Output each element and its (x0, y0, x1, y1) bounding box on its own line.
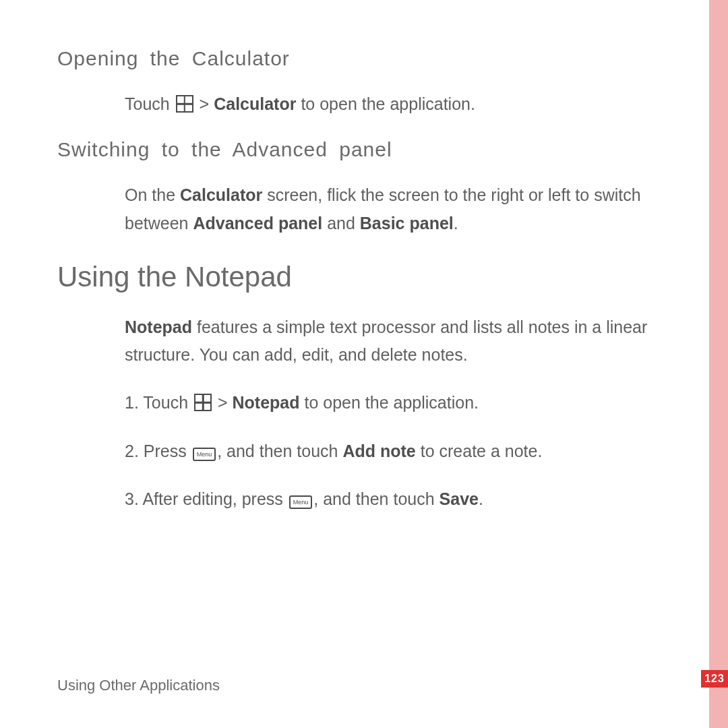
text: , and then touch (313, 489, 439, 508)
text: features a simple text processor and lis… (125, 317, 647, 364)
bold-notepad: Notepad (125, 317, 192, 336)
advanced-panel-instruction: On the Calculator screen, flick the scre… (57, 181, 677, 237)
text: Touch (125, 94, 175, 113)
bold-save: Save (439, 489, 479, 508)
text: 2. Press (125, 442, 191, 460)
notepad-step-1: 1. Touch > Notepad to open the applicati… (57, 389, 677, 417)
menu-button-icon: Menu (289, 495, 313, 509)
footer-section-label: Using Other Applications (57, 677, 220, 694)
text: to open the application. (300, 393, 479, 412)
notepad-step-3: 3. After editing, press Menu, and then t… (57, 485, 677, 513)
text: > (213, 393, 233, 412)
text: 1. Touch (125, 393, 193, 412)
text: On the (125, 185, 180, 204)
side-strip (709, 0, 728, 728)
text: and (322, 214, 360, 233)
text: 3. After editing, press (125, 489, 288, 508)
text: . (454, 214, 458, 233)
menu-button-icon: Menu (193, 448, 216, 461)
page-content: Opening the Calculator Touch > Calculato… (57, 47, 677, 533)
page-number: 123 (704, 673, 725, 685)
apps-grid-icon (194, 394, 212, 411)
calculator-open-instruction: Touch > Calculator to open the applicati… (57, 90, 677, 118)
bold-basic-panel: Basic panel (360, 214, 454, 233)
notepad-step-2: 2. Press Menu, and then touch Add note t… (57, 437, 677, 465)
bold-notepad: Notepad (233, 393, 300, 412)
notepad-intro: Notepad features a simple text processor… (57, 313, 677, 369)
bold-add-note: Add note (342, 442, 415, 460)
heading-advanced-panel: Switching to the Advanced panel (57, 138, 677, 161)
text: . (479, 489, 483, 508)
apps-grid-icon (176, 95, 193, 113)
text: to create a note. (416, 442, 543, 460)
heading-opening-calculator: Opening the Calculator (57, 47, 677, 70)
bold-calculator: Calculator (214, 94, 296, 113)
text: , and then touch (217, 442, 342, 460)
text: > (195, 94, 214, 113)
page-number-box: 123 (701, 670, 728, 688)
heading-using-notepad: Using the Notepad (57, 261, 677, 293)
text: to open the application. (296, 94, 475, 113)
bold-advanced-panel: Advanced panel (193, 214, 322, 233)
bold-calculator: Calculator (180, 185, 262, 204)
